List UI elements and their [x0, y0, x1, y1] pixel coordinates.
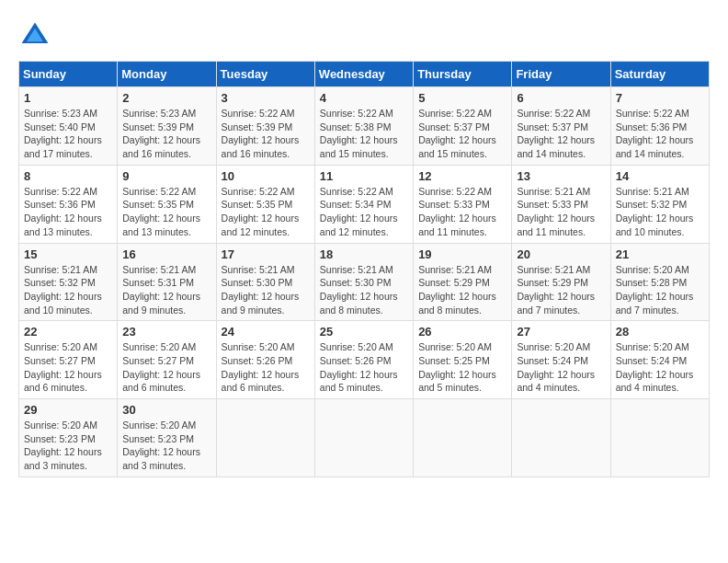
day-number: 12: [418, 169, 506, 183]
day-info: Sunrise: 5:20 AMSunset: 5:26 PMDaylight:…: [320, 340, 408, 395]
day-number: 3: [222, 91, 310, 105]
day-number: 30: [122, 403, 210, 417]
day-number: 16: [122, 247, 210, 261]
calendar-cell: 18Sunrise: 5:21 AMSunset: 5:30 PMDayligh…: [314, 243, 413, 321]
day-number: 25: [320, 325, 408, 339]
day-number: 15: [24, 247, 112, 261]
calendar-cell: 20Sunrise: 5:21 AMSunset: 5:29 PMDayligh…: [512, 243, 610, 321]
day-info: Sunrise: 5:22 AMSunset: 5:33 PMDaylight:…: [418, 185, 506, 239]
day-info: Sunrise: 5:22 AMSunset: 5:35 PMDaylight:…: [122, 185, 210, 239]
day-info: Sunrise: 5:23 AMSunset: 5:39 PMDaylight:…: [122, 107, 210, 161]
calendar-cell: 22Sunrise: 5:20 AMSunset: 5:27 PMDayligh…: [19, 321, 118, 399]
calendar-cell: 17Sunrise: 5:21 AMSunset: 5:30 PMDayligh…: [216, 243, 314, 321]
calendar-cell: 29Sunrise: 5:20 AMSunset: 5:23 PMDayligh…: [19, 399, 118, 477]
day-info: Sunrise: 5:22 AMSunset: 5:39 PMDaylight:…: [222, 107, 310, 161]
day-number: 1: [24, 91, 112, 105]
day-info: Sunrise: 5:22 AMSunset: 5:37 PMDaylight:…: [418, 107, 506, 161]
day-number: 29: [24, 403, 112, 417]
day-info: Sunrise: 5:22 AMSunset: 5:36 PMDaylight:…: [616, 107, 704, 161]
day-info: Sunrise: 5:22 AMSunset: 5:34 PMDaylight:…: [320, 185, 408, 239]
calendar-cell: 15Sunrise: 5:21 AMSunset: 5:32 PMDayligh…: [19, 243, 118, 321]
calendar-cell: 25Sunrise: 5:20 AMSunset: 5:26 PMDayligh…: [314, 321, 413, 399]
calendar-cell: 3Sunrise: 5:22 AMSunset: 5:39 PMDaylight…: [216, 87, 314, 166]
weekday-header-thursday: Thursday: [414, 62, 512, 87]
day-number: 19: [418, 247, 506, 261]
calendar-week-row: 1Sunrise: 5:23 AMSunset: 5:40 PMDaylight…: [19, 87, 710, 166]
day-number: 9: [122, 169, 210, 183]
day-info: Sunrise: 5:20 AMSunset: 5:24 PMDaylight:…: [517, 340, 605, 395]
calendar-week-row: 15Sunrise: 5:21 AMSunset: 5:32 PMDayligh…: [19, 243, 710, 321]
calendar-cell: 13Sunrise: 5:21 AMSunset: 5:33 PMDayligh…: [512, 165, 610, 243]
day-info: Sunrise: 5:21 AMSunset: 5:30 PMDaylight:…: [320, 263, 408, 317]
day-info: Sunrise: 5:20 AMSunset: 5:27 PMDaylight:…: [24, 340, 112, 395]
day-info: Sunrise: 5:20 AMSunset: 5:23 PMDaylight:…: [122, 419, 210, 473]
weekday-header-friday: Friday: [512, 62, 610, 87]
calendar-cell: 8Sunrise: 5:22 AMSunset: 5:36 PMDaylight…: [19, 165, 118, 243]
day-info: Sunrise: 5:21 AMSunset: 5:29 PMDaylight:…: [418, 263, 506, 317]
calendar-cell: [314, 399, 413, 477]
day-number: 17: [222, 247, 310, 261]
day-info: Sunrise: 5:21 AMSunset: 5:29 PMDaylight:…: [517, 263, 605, 317]
calendar-week-row: 8Sunrise: 5:22 AMSunset: 5:36 PMDaylight…: [19, 165, 710, 243]
day-info: Sunrise: 5:21 AMSunset: 5:33 PMDaylight:…: [517, 185, 605, 239]
day-info: Sunrise: 5:21 AMSunset: 5:30 PMDaylight:…: [222, 263, 310, 317]
day-number: 2: [122, 91, 210, 105]
day-number: 24: [222, 325, 310, 339]
weekday-header-tuesday: Tuesday: [216, 62, 314, 87]
calendar-cell: [512, 399, 610, 477]
calendar-cell: 28Sunrise: 5:20 AMSunset: 5:24 PMDayligh…: [610, 321, 709, 399]
day-number: 4: [320, 91, 408, 105]
calendar-cell: 26Sunrise: 5:20 AMSunset: 5:25 PMDayligh…: [414, 321, 512, 399]
calendar-week-row: 29Sunrise: 5:20 AMSunset: 5:23 PMDayligh…: [19, 399, 710, 477]
calendar-cell: 6Sunrise: 5:22 AMSunset: 5:37 PMDaylight…: [512, 87, 610, 166]
day-info: Sunrise: 5:20 AMSunset: 5:27 PMDaylight:…: [122, 340, 210, 395]
calendar-cell: [610, 399, 709, 477]
day-info: Sunrise: 5:21 AMSunset: 5:32 PMDaylight:…: [24, 263, 112, 317]
calendar-week-row: 22Sunrise: 5:20 AMSunset: 5:27 PMDayligh…: [19, 321, 710, 399]
day-number: 8: [24, 169, 112, 183]
day-number: 7: [616, 91, 704, 105]
day-info: Sunrise: 5:22 AMSunset: 5:35 PMDaylight:…: [222, 185, 310, 239]
logo-icon: [18, 18, 51, 52]
calendar-cell: 5Sunrise: 5:22 AMSunset: 5:37 PMDaylight…: [414, 87, 512, 166]
calendar-cell: 2Sunrise: 5:23 AMSunset: 5:39 PMDaylight…: [118, 87, 216, 166]
day-number: 13: [517, 169, 605, 183]
day-number: 6: [517, 91, 605, 105]
calendar-cell: 11Sunrise: 5:22 AMSunset: 5:34 PMDayligh…: [314, 165, 413, 243]
weekday-header-wednesday: Wednesday: [314, 62, 413, 87]
day-info: Sunrise: 5:20 AMSunset: 5:25 PMDaylight:…: [418, 340, 506, 395]
day-number: 10: [222, 169, 310, 183]
calendar-table: SundayMondayTuesdayWednesdayThursdayFrid…: [18, 61, 710, 477]
weekday-header-saturday: Saturday: [610, 62, 709, 87]
calendar-cell: 19Sunrise: 5:21 AMSunset: 5:29 PMDayligh…: [414, 243, 512, 321]
day-info: Sunrise: 5:20 AMSunset: 5:24 PMDaylight:…: [616, 340, 704, 395]
day-info: Sunrise: 5:21 AMSunset: 5:32 PMDaylight:…: [616, 185, 704, 239]
calendar-cell: 14Sunrise: 5:21 AMSunset: 5:32 PMDayligh…: [610, 165, 709, 243]
logo: [18, 18, 57, 52]
calendar-cell: 1Sunrise: 5:23 AMSunset: 5:40 PMDaylight…: [19, 87, 118, 166]
calendar-cell: 10Sunrise: 5:22 AMSunset: 5:35 PMDayligh…: [216, 165, 314, 243]
calendar-cell: [216, 399, 314, 477]
weekday-header-monday: Monday: [118, 62, 216, 87]
calendar-cell: 30Sunrise: 5:20 AMSunset: 5:23 PMDayligh…: [118, 399, 216, 477]
day-info: Sunrise: 5:22 AMSunset: 5:37 PMDaylight:…: [517, 107, 605, 161]
day-number: 21: [616, 247, 704, 261]
day-info: Sunrise: 5:20 AMSunset: 5:28 PMDaylight:…: [616, 263, 704, 317]
calendar-cell: 12Sunrise: 5:22 AMSunset: 5:33 PMDayligh…: [414, 165, 512, 243]
calendar-cell: 24Sunrise: 5:20 AMSunset: 5:26 PMDayligh…: [216, 321, 314, 399]
calendar-cell: 27Sunrise: 5:20 AMSunset: 5:24 PMDayligh…: [512, 321, 610, 399]
calendar-cell: 21Sunrise: 5:20 AMSunset: 5:28 PMDayligh…: [610, 243, 709, 321]
day-number: 28: [616, 325, 704, 339]
calendar-cell: [414, 399, 512, 477]
day-info: Sunrise: 5:23 AMSunset: 5:40 PMDaylight:…: [24, 107, 112, 161]
day-number: 27: [517, 325, 605, 339]
day-number: 14: [616, 169, 704, 183]
day-info: Sunrise: 5:22 AMSunset: 5:36 PMDaylight:…: [24, 185, 112, 239]
day-number: 20: [517, 247, 605, 261]
calendar-cell: 9Sunrise: 5:22 AMSunset: 5:35 PMDaylight…: [118, 165, 216, 243]
weekday-header-sunday: Sunday: [19, 62, 118, 87]
day-info: Sunrise: 5:22 AMSunset: 5:38 PMDaylight:…: [320, 107, 408, 161]
day-info: Sunrise: 5:21 AMSunset: 5:31 PMDaylight:…: [122, 263, 210, 317]
day-info: Sunrise: 5:20 AMSunset: 5:23 PMDaylight:…: [24, 419, 112, 473]
day-number: 11: [320, 169, 408, 183]
